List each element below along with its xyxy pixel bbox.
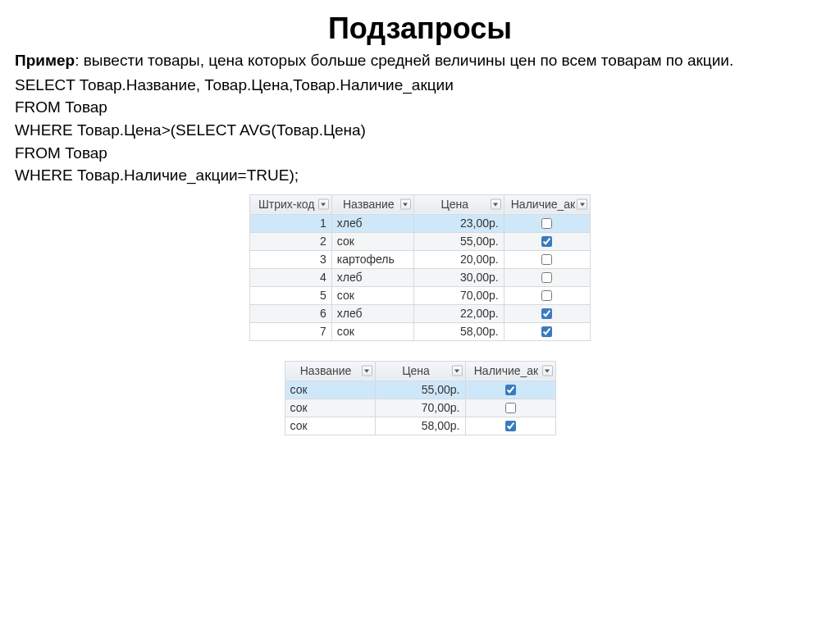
cell-price: 70,00р. (414, 287, 504, 304)
sale-checkbox[interactable] (505, 403, 516, 413)
cell-sale (504, 251, 590, 268)
column-header-sale[interactable]: Наличие_ак (465, 361, 555, 381)
sql-line: FROM Товар (15, 97, 825, 118)
cell-code: 5 (250, 287, 331, 304)
cell-name: картофель (332, 251, 413, 268)
column-header-label: Название (300, 364, 352, 377)
cell-sale (466, 381, 555, 399)
cell-sale (466, 417, 555, 435)
cell-sale (504, 305, 590, 322)
cell-name: сок (285, 399, 375, 417)
cell-name: хлеб (332, 215, 413, 232)
sale-checkbox[interactable] (541, 236, 552, 247)
example-label: Пример (15, 52, 75, 69)
cell-code: 6 (250, 305, 331, 322)
cell-name: сок (332, 287, 413, 304)
chevron-down-icon[interactable] (362, 366, 372, 376)
column-header-label: Цена (402, 364, 430, 377)
cell-name: хлеб (332, 305, 413, 322)
cell-price: 20,00р. (414, 251, 504, 268)
table-row[interactable]: 2сок55,00р. (249, 232, 590, 250)
example-text: : вывести товары, цена которых больше ср… (75, 52, 733, 69)
column-header-label: Наличие_ак (511, 198, 575, 211)
table-row[interactable]: 1хлеб23,00р. (249, 214, 590, 232)
cell-sale (504, 287, 590, 304)
sale-checkbox[interactable] (541, 272, 552, 283)
column-header-price[interactable]: Цена (413, 194, 504, 214)
source-table: Штрих-код Название Цена Наличие_ак 1хлеб… (249, 194, 591, 341)
cell-price: 23,00р. (414, 215, 504, 232)
sale-checkbox[interactable] (541, 326, 552, 337)
sql-line: WHERE Товар.Наличие_акции=TRUE); (15, 165, 825, 186)
chevron-down-icon[interactable] (318, 199, 329, 210)
column-header-name[interactable]: Название (331, 194, 413, 214)
chevron-down-icon[interactable] (491, 199, 501, 210)
chevron-down-icon[interactable] (577, 199, 587, 210)
cell-price: 22,00р. (414, 305, 504, 322)
cell-code: 2 (250, 233, 331, 250)
sql-line: SELECT Товар.Название, Товар.Цена,Товар.… (15, 75, 825, 96)
cell-code: 3 (250, 251, 331, 268)
result-table: Название Цена Наличие_ак сок55,00р.сок70… (285, 361, 556, 435)
cell-sale (504, 323, 590, 340)
table-row[interactable]: сок58,00р. (285, 417, 555, 435)
chevron-down-icon[interactable] (452, 366, 463, 376)
column-header-sale[interactable]: Наличие_ак (504, 194, 590, 214)
column-header-label: Наличие_ак (474, 364, 538, 377)
cell-sale (504, 269, 590, 286)
cell-code: 7 (250, 323, 331, 340)
sql-line: WHERE Товар.Цена>(SELECT AVG(Товар.Цена) (15, 120, 825, 141)
cell-name: хлеб (332, 269, 413, 286)
cell-sale (504, 215, 590, 232)
cell-name: сок (332, 233, 413, 250)
column-header-name[interactable]: Название (285, 361, 375, 381)
sale-checkbox[interactable] (505, 421, 516, 431)
table-row[interactable]: 7сок58,00р. (249, 322, 590, 340)
cell-name: сок (285, 417, 375, 435)
cell-price: 55,00р. (376, 381, 465, 399)
sale-checkbox[interactable] (541, 254, 552, 265)
cell-name: сок (285, 381, 375, 399)
table-row[interactable]: сок55,00р. (285, 381, 555, 399)
sale-checkbox[interactable] (541, 290, 552, 301)
sale-checkbox[interactable] (541, 308, 552, 319)
table-row[interactable]: 6хлеб22,00р. (249, 304, 590, 322)
chevron-down-icon[interactable] (542, 366, 553, 376)
cell-code: 1 (250, 215, 331, 232)
cell-name: сок (332, 323, 413, 340)
cell-price: 58,00р. (414, 323, 504, 340)
column-header-label: Название (343, 198, 395, 211)
cell-sale (466, 399, 555, 417)
column-header-label: Цена (441, 198, 468, 211)
sql-block: SELECT Товар.Название, Товар.Цена,Товар.… (15, 75, 825, 186)
cell-price: 30,00р. (414, 269, 504, 286)
cell-price: 58,00р. (376, 417, 465, 435)
column-header-price[interactable]: Цена (375, 361, 465, 381)
chevron-down-icon[interactable] (400, 199, 411, 210)
table-row[interactable]: 3картофель20,00р. (249, 250, 590, 268)
example-description: Пример: вывести товары, цена которых бол… (15, 51, 825, 71)
table-row[interactable]: 4хлеб30,00р. (249, 268, 590, 286)
sql-line: FROM Товар (15, 143, 825, 164)
sale-checkbox[interactable] (505, 385, 516, 395)
sale-checkbox[interactable] (541, 218, 552, 229)
column-header-label: Штрих-код (258, 198, 314, 211)
cell-code: 4 (250, 269, 331, 286)
cell-sale (504, 233, 590, 250)
cell-price: 70,00р. (376, 399, 465, 417)
table-row[interactable]: 5сок70,00р. (249, 286, 590, 304)
cell-price: 55,00р. (414, 233, 504, 250)
table-row[interactable]: сок70,00р. (285, 399, 555, 417)
page-title: Подзапросы (15, 11, 825, 46)
column-header-code[interactable]: Штрих-код (249, 194, 331, 214)
